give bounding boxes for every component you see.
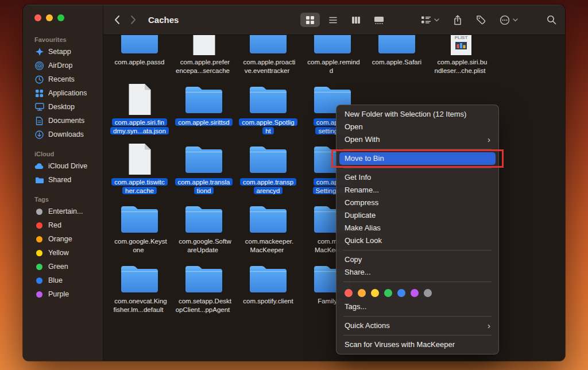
menu-item-rename[interactable]: Rename...	[336, 184, 498, 196]
folder-icon	[312, 35, 353, 56]
menu-separator	[343, 335, 492, 336]
menu-item-share[interactable]: Share...	[336, 266, 498, 279]
folder-icon	[376, 35, 417, 56]
traffic-light-close[interactable]	[34, 14, 41, 21]
menu-item-open-with[interactable]: Open With›	[336, 133, 498, 146]
folder-icon	[119, 202, 160, 235]
group-icon	[421, 16, 431, 24]
menu-item-label: Make Alias	[345, 223, 381, 233]
tag-color-dot[interactable]	[384, 289, 392, 297]
traffic-light-minimize[interactable]	[46, 14, 53, 21]
file-item-com-apple-siri-bu[interactable]: PLISTcom.apple.siri.bundleser...che.plis…	[429, 35, 493, 75]
menu-item-open[interactable]: Open	[336, 121, 498, 133]
sidebar-item-label: Orange	[48, 235, 72, 243]
more-options-button[interactable]	[500, 15, 518, 25]
tag-color-dot[interactable]	[397, 289, 405, 297]
sidebar-section: TagsEntertain...RedOrangeYellowGreenBlue…	[23, 195, 103, 301]
file-item-com-apple-transp[interactable]: com.apple.transparencyd	[236, 142, 300, 195]
sidebar-item-label: iCloud Drive	[48, 162, 87, 170]
sidebar-item-applications[interactable]: Applications	[23, 86, 103, 100]
forward-button[interactable]	[130, 15, 137, 25]
sidebar-item-label: Yellow	[48, 249, 69, 257]
view-grid-button[interactable]	[300, 13, 320, 27]
file-label: com.spotify.client	[241, 297, 295, 306]
sidebar-section-title: iCloud	[23, 149, 103, 159]
tags-button[interactable]	[476, 15, 486, 25]
tag-color-dot[interactable]	[358, 289, 366, 297]
menu-item-tags[interactable]: Tags...	[336, 300, 498, 313]
menu-item-get-info[interactable]: Get Info	[336, 171, 498, 184]
file-item-com-spotify-client[interactable]: com.spotify.client	[236, 261, 300, 314]
sidebar-item-label: AirDrop	[48, 61, 72, 70]
folder-icon	[247, 82, 289, 115]
sidebar-item-label: Purple	[48, 290, 69, 298]
menu-separator	[343, 168, 492, 168]
sidebar-item-recents[interactable]: Recents	[23, 72, 103, 86]
toolbar: Caches	[103, 5, 565, 35]
folder-icon	[183, 261, 225, 295]
sidebar-item-purple[interactable]: Purple	[23, 287, 103, 301]
context-menu: New Folder with Selection (12 Items)Open…	[336, 105, 499, 354]
tag-dot-icon	[34, 234, 44, 244]
file-item-com-setapp-deskt[interactable]: com.setapp.DesktopClient...ppAgent	[172, 261, 236, 314]
tag-color-dot[interactable]	[345, 289, 353, 297]
menu-item-scan-for-viruses-with-mackeeper[interactable]: Scan for Viruses with MacKeeper	[336, 338, 498, 351]
file-row: com.apple.passdcom.apple.preferencepa...…	[107, 35, 565, 75]
search-button[interactable]	[547, 15, 556, 25]
view-list-button[interactable]	[323, 13, 343, 27]
tag-color-dot[interactable]	[411, 289, 419, 297]
sidebar-item-documents[interactable]: Documents	[23, 114, 103, 128]
file-item-com-apple-tiswitc[interactable]: com.apple.tiswitcher.cache	[107, 142, 172, 195]
folder-icon	[183, 82, 225, 115]
file-item-com-apple-prefer[interactable]: com.apple.preferencepa...sercache	[172, 35, 236, 75]
sidebar-item-shared[interactable]: Shared	[23, 173, 103, 187]
sidebar-item-entertain[interactable]: Entertain...	[23, 205, 103, 218]
folder-icon	[183, 202, 225, 235]
sidebar-item-airdrop[interactable]: AirDrop	[23, 59, 103, 72]
group-button[interactable]	[421, 16, 439, 24]
menu-item-label: Scan for Viruses with MacKeeper	[345, 340, 455, 349]
menu-item-duplicate[interactable]: Duplicate	[336, 209, 498, 222]
sidebar-item-desktop[interactable]: Desktop	[23, 100, 103, 114]
menu-item-label: Quick Actions	[345, 321, 390, 330]
file-item-com-apple-passd[interactable]: com.apple.passd	[107, 35, 172, 75]
tag-color-dot[interactable]	[424, 289, 432, 297]
sidebar-item-blue[interactable]: Blue	[23, 273, 103, 287]
sidebar-item-downloads[interactable]: Downloads	[23, 128, 103, 141]
file-item-com-google-keyst[interactable]: com.google.Keystone	[107, 202, 172, 255]
sidebar-section: FavouritesSetappAirDropRecentsApplicatio…	[23, 35, 103, 141]
file-item-com-apple-safari[interactable]: com.apple.Safari	[365, 35, 429, 75]
file-item-com-google-softw[interactable]: com.google.SoftwareUpdate	[172, 202, 236, 255]
menu-item-move-to-bin[interactable]: Move to Bin	[339, 152, 496, 165]
file-label: com.apple.preferencepa...sercache	[176, 58, 232, 75]
view-gallery-button[interactable]	[369, 13, 389, 27]
file-item-com-onevcat-king[interactable]: com.onevcat.Kingfisher.lm...default	[107, 261, 172, 314]
sidebar-item-red[interactable]: Red	[23, 218, 103, 232]
back-button[interactable]	[114, 15, 120, 25]
view-columns-button[interactable]	[346, 13, 366, 27]
menu-item-copy[interactable]: Copy	[336, 253, 498, 266]
menu-item-quick-look[interactable]: Quick Look	[336, 234, 498, 247]
traffic-light-zoom[interactable]	[57, 14, 64, 21]
menu-separator	[343, 316, 492, 317]
menu-item-new-folder-with-selection-12-items[interactable]: New Folder with Selection (12 Items)	[336, 108, 498, 121]
file-item-com-apple-siri-fin[interactable]: com.apple.siri.findmy.syn...ata.json	[107, 82, 172, 135]
file-item-com-apple-spotlig[interactable]: com.apple.Spotlight	[236, 82, 300, 135]
share-button[interactable]	[453, 15, 462, 25]
sidebar-item-green[interactable]: Green	[23, 260, 103, 273]
sidebar-item-orange[interactable]: Orange	[23, 232, 103, 246]
menu-item-compress[interactable]: Compress	[336, 196, 498, 209]
sidebar-item-yellow[interactable]: Yellow	[23, 246, 103, 260]
sidebar-item-setapp[interactable]: Setapp	[23, 45, 103, 59]
file-label: com.apple.proactive.eventtracker	[241, 58, 296, 75]
sidebar-item-icloud-drive[interactable]: iCloud Drive	[23, 159, 103, 173]
desktop-wallpaper: FavouritesSetappAirDropRecentsApplicatio…	[0, 0, 588, 370]
file-item-com-mackeeper[interactable]: com.mackeeper.MacKeeper	[236, 202, 300, 255]
menu-item-quick-actions[interactable]: Quick Actions›	[336, 319, 498, 332]
file-item-com-apple-sirittsd[interactable]: com.apple.sirittsd	[172, 82, 236, 135]
tag-color-dot[interactable]	[371, 289, 379, 297]
file-item-com-apple-proacti[interactable]: com.apple.proactive.eventtracker	[236, 35, 300, 75]
menu-item-make-alias[interactable]: Make Alias	[336, 222, 498, 234]
file-item-com-apple-transla[interactable]: com.apple.translationd	[172, 142, 236, 195]
file-item-com-apple-remind[interactable]: com.apple.remindd	[300, 35, 365, 75]
